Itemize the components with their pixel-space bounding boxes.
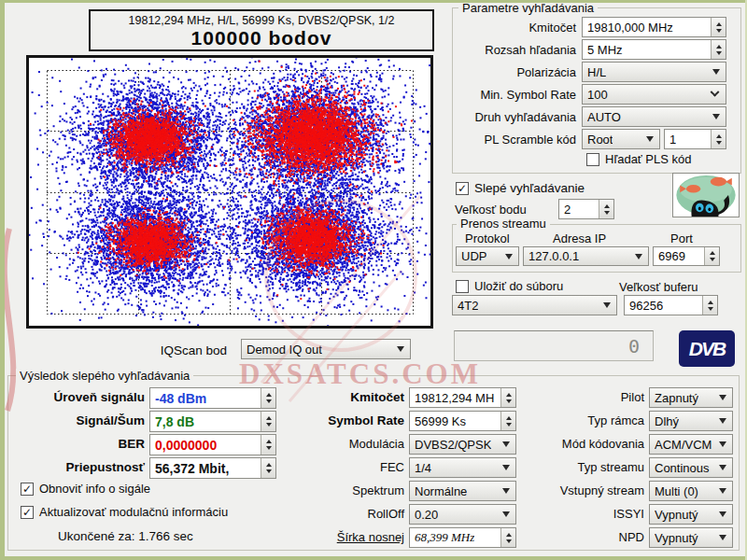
iqscan-dropdown[interactable]: Demod IQ out [241,339,411,359]
npd-label: NPD [523,530,644,544]
search-type-dropdown[interactable]: AUTO [582,106,726,127]
signal-level-label: Úroveň signálu [5,390,145,404]
dvb-logo: DVB [679,330,735,367]
pls-search-checkbox[interactable]: Hľadať PLS kód [586,152,692,166]
result-freq-spinbox[interactable]: 19812,294 MH [409,387,516,408]
update-modulation-info-checkbox[interactable]: ✓ Aktualizovať modulačnú informáciu [21,505,228,519]
rolloff-label: RollOff [274,507,404,521]
point-size-label: Veľkosť bodu [455,203,527,217]
min-symbolrate-label: Min. Symbol Rate [458,88,576,102]
refresh-signal-info-checkbox[interactable]: ✓ Obnoviť info o sigále [21,482,150,496]
spinner-buttons[interactable] [261,412,275,431]
frame-left [0,0,5,560]
snr-spinbox[interactable]: 7,8 dB [149,411,276,432]
freq-spinbox[interactable]: 19810,000 MHz [582,17,726,37]
checkbox-check-icon[interactable]: ✓ [21,506,34,519]
signal-level-spinbox[interactable]: -48 dBm [149,387,276,409]
protocol-dropdown[interactable]: UDP [456,246,519,266]
pilot-dropdown[interactable]: Zapnutý [649,387,733,408]
dropdown-arrow-icon [719,465,726,470]
dropdown-arrow-icon [719,441,726,447]
throughput-spinbox[interactable]: 56,372 Mbit, [149,457,276,479]
spinner-buttons[interactable] [261,435,275,455]
point-size-spinbox[interactable]: 2 [558,199,614,219]
blind-search-checkbox[interactable]: ✓ Slepé vyhľadávanie [456,181,585,195]
elapsed-time-text: Ukončené za: 1.766 sec [58,529,193,543]
dropdown-arrow-icon [719,395,726,400]
dropdown-arrow-icon [603,302,611,308]
buffer-size-spinbox[interactable]: 96256 [624,295,718,315]
device-dropdown[interactable]: 4T2 [452,295,617,315]
polarization-label: Polarizácia [458,65,576,79]
ip-address-dropdown[interactable]: 127.0.0.1 [523,246,649,266]
fec-label: FEC [274,460,404,474]
result-symbolrate-label: Symbol Rate [274,413,404,427]
spinner-buttons[interactable] [261,388,275,408]
dxsatcs-watermark: DXSATCS.COM [239,357,481,391]
dropdown-arrow-icon [719,535,726,540]
spinner-buttons[interactable] [702,296,717,315]
spinner-buttons[interactable] [500,528,515,547]
iq-constellation-box [26,55,433,329]
spinner-buttons[interactable] [261,458,275,478]
pl-code-spinbox[interactable]: 1 [664,129,726,149]
iqscan-label: IQScan bod [112,343,227,357]
port-spinbox[interactable]: 6969 [653,246,720,266]
range-label: Rozsah hľadania [458,43,576,57]
spinner-buttons[interactable] [711,18,726,36]
pl-scramble-label: PL Scramble kód [458,133,576,147]
checkbox-check-icon[interactable]: ✓ [456,182,469,195]
dropdown-arrow-icon [505,254,513,259]
spinner-buttons[interactable] [500,412,515,430]
satellite-scanner-window: DXSATCS.COM 19812,294 MHz, H/L, 56999 Ks… [0,0,747,560]
frame-type-label: Typ rámca [523,413,644,427]
range-spinbox[interactable]: 5 MHz [582,39,726,60]
ber-label: BER [5,437,145,451]
spectrum-dropdown[interactable]: Normálne [409,481,516,501]
seven-segment-digit: 0 [628,335,640,357]
modulation-dropdown[interactable]: DVBS2/QPSK [409,434,516,455]
result-symbolrate-spinbox[interactable]: 56999 Ks [409,411,516,431]
input-stream-dropdown[interactable]: Multi (0) [649,481,733,501]
min-symbolrate-combo[interactable]: 100 [582,84,726,105]
save-file-checkbox[interactable]: Uložiť do súboru [456,279,563,293]
spinner-buttons[interactable] [711,130,726,148]
throughput-label: Priepustnosť [5,460,145,474]
protocol-header: Protokol [465,231,510,245]
ip-header: Adresa IP [553,231,606,245]
progress-display: 0 [454,330,654,361]
dropdown-arrow-icon [502,488,510,494]
search-type-label: Druh vyhľadávania [458,110,576,124]
spinner-buttons[interactable] [599,200,613,218]
dropdown-arrow-icon [719,488,726,494]
checkbox-box[interactable] [456,280,469,293]
chevron-down-icon [711,87,720,96]
dropdown-arrow-icon [502,441,510,447]
frame-type-dropdown[interactable]: Dlhý [649,411,733,431]
pl-mode-dropdown[interactable]: Root [582,129,660,149]
buffer-size-label: Veľkosť buferu [619,280,698,294]
search-params-title: Parametre vyhľadávania [458,1,598,15]
npd-dropdown[interactable]: Vypnutý [649,527,733,548]
polarization-dropdown[interactable]: H/L [582,62,726,82]
fec-dropdown[interactable]: 1/4 [409,457,516,478]
dropdown-arrow-icon [397,346,404,352]
spinner-buttons[interactable] [704,247,719,265]
carrier-width-spinbox[interactable]: 68,399 MHz [409,527,516,548]
checkbox-check-icon[interactable]: ✓ [21,483,34,496]
input-stream-label: Vstupný stream [523,483,644,497]
stream-type-dropdown[interactable]: Continous [649,457,733,478]
ber-spinbox[interactable]: 0,0000000 [149,434,276,455]
rolloff-dropdown[interactable]: 0.20 [409,504,516,525]
dropdown-arrow-icon [502,511,510,517]
spinner-buttons[interactable] [500,388,515,407]
dropdown-arrow-icon [646,136,654,142]
checkbox-box[interactable] [586,153,599,166]
signal-info-line: 19812,294 MHz, H/L, 56999 Ks, DVBS2/QPSK… [91,14,432,27]
issyi-label: ISSYI [523,507,644,521]
stream-group-title: Prenos streamu [457,217,550,231]
aquarium-cat-image [672,173,740,217]
issyi-dropdown[interactable]: Vypnutý [649,504,733,525]
spinner-buttons[interactable] [711,40,726,59]
coding-mode-dropdown[interactable]: ACM/VCM [649,434,733,455]
